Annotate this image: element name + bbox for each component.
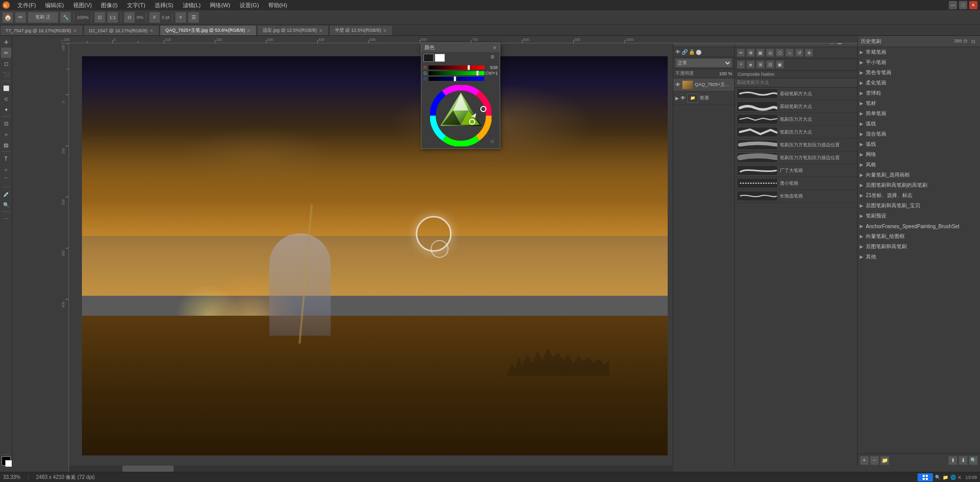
tree-item-20[interactable]: ▶ 其他 (858, 252, 980, 262)
brush-groups-expand[interactable]: ⊡ (970, 38, 977, 45)
tree-item-14[interactable]: ▶ 21坐标、选择、标志 (858, 190, 980, 201)
tab-3[interactable]: 适应.jpg @ 12.5%(RGB/8) ✕ (257, 25, 328, 35)
preset-import-btn[interactable]: ⬆ (948, 456, 957, 465)
brush-preview-1[interactable]: 基础笔刷方大点 (735, 100, 857, 113)
color-picker-close[interactable]: ✕ (493, 45, 497, 51)
brush-set-btn6[interactable]: ⟐ (785, 49, 794, 57)
tree-item-0[interactable]: ▶ 常规笔画 (858, 47, 980, 57)
tree-item-16[interactable]: ▶ 笔刷预设 (858, 211, 980, 221)
tree-item-3[interactable]: ▶ 柔化笔画 (858, 78, 980, 88)
foreground-color[interactable] (2, 456, 11, 466)
menu-filter[interactable]: 滤镜(L) (179, 1, 205, 10)
menu-help[interactable]: 帮助(H) (264, 1, 291, 10)
tool-transform[interactable]: ⟐ (1, 129, 11, 139)
tree-item-15[interactable]: ▶ 后图笔刷和高笔刷_宝贝 (858, 201, 980, 211)
menu-network[interactable]: 网络(W) (206, 1, 235, 10)
brush-preview-6[interactable]: 厂了大笔画 (735, 164, 857, 177)
extra-tool2[interactable]: ☰ (188, 12, 199, 23)
tree-item-19[interactable]: ▶ 后图笔刷和高笔刷 (858, 242, 980, 252)
menu-text[interactable]: 文字(T) (123, 1, 150, 10)
menu-image[interactable]: 图像(I) (97, 1, 121, 10)
g-slider-track[interactable] (429, 71, 484, 75)
taskbar-file[interactable]: 📁 (943, 475, 948, 480)
r-slider-track[interactable] (429, 65, 484, 70)
preset-del-btn[interactable]: − (870, 456, 879, 465)
extra-tool1[interactable]: ⌖ (175, 12, 186, 23)
tool-fill[interactable]: ⬛ (1, 69, 11, 79)
bottom-scroll-thumb[interactable] (122, 466, 174, 472)
zoom-100[interactable]: 1:1 (107, 12, 118, 23)
brush-set-btn8[interactable]: ⊕ (805, 49, 813, 57)
fg-swatch[interactable] (423, 54, 434, 62)
brush-preview-0[interactable]: 基础笔刷方大点 (735, 87, 857, 100)
tab-4[interactable]: 半壁 @ 12.5%(RGB/8) ✕ (329, 25, 393, 35)
tab-1[interactable]: D2_1547 @ 16.17%(RGB/8) ✕ (83, 25, 159, 35)
color-wheel-expand[interactable]: ⊡ (491, 139, 497, 145)
tool-more[interactable]: ⋯ (1, 213, 11, 224)
layer-alpha-icon[interactable]: ⬤ (696, 49, 701, 55)
brush-preview-4[interactable]: 笔刷压力方笔划压力描边位置 (735, 139, 857, 151)
brush-set-btn3[interactable]: ▦ (756, 49, 764, 57)
tree-item-6[interactable]: ▶ 简单笔画 (858, 108, 980, 119)
canvas-area[interactable] (77, 51, 673, 461)
tool-path[interactable]: ⌒ (1, 175, 11, 185)
tool-move[interactable]: ✛ (1, 37, 11, 47)
layer-entry-group[interactable]: ▶ 👁 📁 矩形 (673, 92, 734, 105)
tool-magic-wand[interactable]: ✦ (1, 104, 11, 115)
tree-item-7[interactable]: ▶ 弧线 (858, 119, 980, 129)
tree-item-5[interactable]: ▶ 笔材 (858, 98, 980, 108)
taskbar-krita[interactable]: K (958, 475, 961, 480)
preset-export-btn[interactable]: ⬇ (958, 456, 968, 465)
b-slider-track[interactable] (429, 77, 484, 81)
color-wheel-container[interactable]: ⊡ (421, 83, 500, 148)
brush-preview-2[interactable]: 笔刷压力方大点 (735, 113, 857, 126)
win-minimize[interactable]: — (949, 1, 957, 9)
layer-vis-icon[interactable]: 👁 (675, 49, 680, 55)
layer-link-icon[interactable]: 🔗 (681, 49, 688, 55)
tree-item-4[interactable]: ▶ 变球粒 (858, 88, 980, 98)
taskbar-start[interactable] (918, 473, 933, 481)
brush-set-btn4[interactable]: ◎ (766, 49, 774, 57)
brush-preview-8[interactable]: 长拖选笔画 (735, 190, 857, 203)
tool-select-dropdown[interactable]: 笔刷 正 (28, 12, 58, 23)
brush-set-btn7[interactable]: ↺ (795, 49, 803, 57)
bg-swatch[interactable] (435, 54, 445, 62)
tree-item-2[interactable]: ▶ 黑色专笔画 (858, 68, 980, 78)
tool-brush[interactable]: ✏ (1, 48, 11, 58)
brush-set-btn13[interactable]: ▣ (776, 60, 784, 69)
menu-edit[interactable]: 编辑(E) (41, 1, 68, 10)
brush-set-btn10[interactable]: ◈ (747, 60, 755, 69)
tree-item-12[interactable]: ▶ 向量笔刷_选用画框 (858, 170, 980, 180)
brush-preview-5[interactable]: 笔刷压力方笔划压力描边位置 (735, 151, 857, 164)
tab-2[interactable]: QAQ_7925+主笔.jpg @ 53.6%(RGB/8) ✕ (160, 25, 257, 35)
blend-mode-select[interactable]: 正常 (675, 58, 732, 68)
tool-shape[interactable]: ○ (1, 164, 11, 174)
tool-zoom[interactable]: 🔍 (1, 200, 11, 210)
tool-eraser[interactable]: ◻ (1, 58, 11, 69)
tree-item-18[interactable]: ▶ 向量笔刷_绘图框 (858, 231, 980, 242)
tree-item-17[interactable]: ▶ AnchorFrames_SpeedPainting_BrushSet (858, 221, 980, 231)
layer0-vis[interactable]: 👁 (675, 82, 680, 87)
preset-search-btn[interactable]: 🔍 (969, 456, 978, 465)
brush-set-btn1[interactable]: ✏ (737, 49, 745, 57)
brush-set-btn2[interactable]: ✿ (747, 49, 755, 57)
layer-entry-0[interactable]: 👁 QAQ_7925+主笔.jpg (673, 78, 734, 92)
tree-item-11[interactable]: ▶ 风格 (858, 160, 980, 170)
preset-folder-btn[interactable]: 📁 (880, 456, 889, 465)
preset-add-btn[interactable]: + (860, 456, 869, 465)
tree-item-1[interactable]: ▶ 平小笔画 (858, 57, 980, 68)
tool-eyedropper[interactable]: 💉 (1, 189, 11, 199)
taskbar-search[interactable]: 🔍 (935, 475, 941, 480)
opacity-btn[interactable]: O (124, 12, 135, 23)
tab-0[interactable]: T7_7547.jpg @ 16.17%(RGB/8) ✕ (0, 25, 83, 35)
flow-btn[interactable]: F (149, 12, 160, 23)
brush-set-btn12[interactable]: ⊡ (766, 60, 774, 69)
tool-rect-select[interactable]: ⬜ (1, 83, 11, 93)
layer-group-vis[interactable]: 👁 (680, 95, 686, 101)
tool-extra[interactable]: 🔧 (60, 12, 71, 23)
menu-select[interactable]: 选择(S) (151, 1, 178, 10)
win-close[interactable]: ✕ (969, 1, 977, 9)
home-btn[interactable]: 🏠 (2, 12, 13, 23)
tool-lasso[interactable]: ⊂ (1, 94, 11, 104)
color-wheel-svg[interactable] (430, 85, 492, 146)
